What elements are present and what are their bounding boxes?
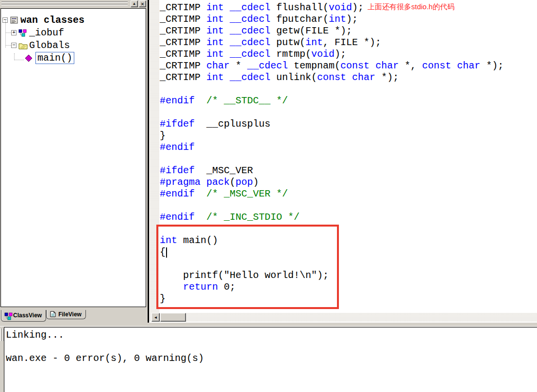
build-output-pane[interactable]: Linking... wan.exe - 0 error(s), 0 warni… xyxy=(4,327,537,392)
class-icon xyxy=(4,312,11,319)
code-line: _CRTIMP int __cdecl unlink(const char *)… xyxy=(160,72,537,83)
tab-fileview[interactable]: FileView xyxy=(46,310,86,319)
workspace-icon xyxy=(10,16,19,24)
vc6-ide-window: { "colors":{ "keyword":"#0000ff", "comme… xyxy=(0,0,537,392)
output-dock-grip[interactable] xyxy=(0,328,2,341)
text-caret xyxy=(166,247,167,258)
tree-connector xyxy=(5,33,11,33)
code-line xyxy=(160,153,537,165)
tree-connector xyxy=(14,60,24,60)
member-icon xyxy=(25,54,34,62)
folder-icon xyxy=(18,41,28,49)
tree-item-globals[interactable]: −Globals xyxy=(1,39,146,51)
collapse-icon[interactable]: − xyxy=(11,43,17,48)
code-line: _CRTIMP int __cdecl flushall(void); xyxy=(160,2,537,14)
tree-item-main[interactable]: main() xyxy=(1,51,146,64)
output-line: wan.exe - 0 error(s), 0 warning(s) xyxy=(6,353,537,364)
expand-icon[interactable]: + xyxy=(11,30,17,35)
dock-grip[interactable] xyxy=(1,1,128,6)
code-line: #endif xyxy=(160,142,537,153)
tab-label: ClassView xyxy=(13,312,42,319)
code-line: #pragma pack(pop) xyxy=(160,177,537,188)
code-line: _CRTIMP char * __cdecl tempnam(const cha… xyxy=(160,60,537,72)
code-line: #ifdef _MSC_VER xyxy=(160,165,537,177)
scroll-left-button[interactable]: ◄ xyxy=(151,313,160,322)
scroll-left-icon: ◄ xyxy=(154,315,158,320)
workspace-tabs: ClassViewFileView xyxy=(1,310,86,322)
scrollbar-thumb[interactable] xyxy=(160,313,186,322)
horizontal-scrollbar[interactable]: ◄ xyxy=(149,313,537,322)
code-line: _CRTIMP int __cdecl putw(int, FILE *); xyxy=(160,37,537,49)
code-line: { xyxy=(160,246,537,258)
output-line xyxy=(6,341,537,353)
output-line: Linking... xyxy=(6,329,537,341)
grip-groove xyxy=(1,1,128,3)
grip-groove xyxy=(1,4,128,5)
tree-item-label: Globals xyxy=(29,40,70,51)
output-window: Linking... wan.exe - 0 error(s), 0 warni… xyxy=(0,326,537,392)
panel-minimize-button[interactable]: ▲ xyxy=(131,0,138,7)
code-line: _CRTIMP int __cdecl getw(FILE *); xyxy=(160,25,537,37)
code-line: return 0; xyxy=(160,281,537,293)
code-line xyxy=(160,83,537,95)
code-line xyxy=(160,107,537,118)
code-area[interactable]: _CRTIMP int __cdecl flushall(void);_CRTI… xyxy=(149,0,537,313)
code-line: #endif /* _INC_STDIO */ xyxy=(160,212,537,223)
code-line: #endif /* __STDC__ */ xyxy=(160,95,537,107)
code-line xyxy=(160,223,537,235)
tab-label: FileView xyxy=(58,311,82,318)
class-tree[interactable]: −wan classes+_iobuf−Globalsmain() xyxy=(0,8,146,307)
tab-classview[interactable]: ClassView xyxy=(1,310,46,322)
code-line: _CRTIMP int __cdecl rmtmp(void); xyxy=(160,49,537,60)
code-line: printf("Hello world!\n"); xyxy=(160,270,537,281)
annotation-note: 上面还有很多stdio.h的代码 xyxy=(368,2,454,12)
tree-connector xyxy=(5,45,11,46)
minimize-icon: ▲ xyxy=(133,2,136,6)
code-line: } xyxy=(160,130,537,142)
file-icon xyxy=(50,311,56,317)
tree-item-iobuf[interactable]: +_iobuf xyxy=(1,26,146,39)
code-editor[interactable]: _CRTIMP int __cdecl flushall(void);_CRTI… xyxy=(148,0,537,323)
code-line: _CRTIMP int __cdecl fputchar(int); xyxy=(160,14,537,25)
tree-item-wan-classes[interactable]: −wan classes xyxy=(1,14,146,26)
code-line: #ifdef __cplusplus xyxy=(160,118,537,130)
tree-connector xyxy=(14,53,15,60)
tree-item-label: main() xyxy=(35,52,74,64)
tree-item-label: _iobuf xyxy=(29,27,64,38)
code-line: int main() xyxy=(160,235,537,246)
code-line: } xyxy=(160,293,537,305)
code-line: #endif /* _MSC_VER */ xyxy=(160,188,537,200)
workspace-panel: ▲ × −wan classes+_iobuf−Globalsmain() Cl… xyxy=(0,0,147,323)
close-icon: × xyxy=(141,1,144,7)
code-line xyxy=(160,200,537,212)
tree-item-label: wan classes xyxy=(20,15,84,26)
tree-connector xyxy=(5,19,6,48)
class-icon xyxy=(18,29,28,36)
code-line xyxy=(160,258,537,270)
panel-close-button[interactable]: × xyxy=(139,0,146,7)
